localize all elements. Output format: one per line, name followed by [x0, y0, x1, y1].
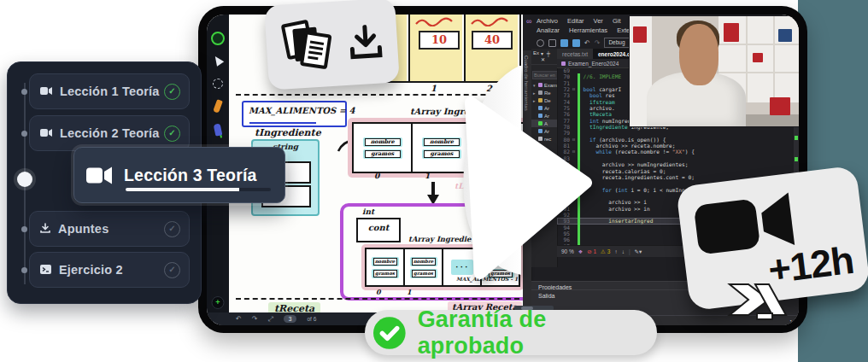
explorer-item[interactable]: ▸Re [531, 89, 557, 96]
page-number[interactable]: 3 [284, 315, 297, 323]
video-camera-icon [40, 84, 52, 99]
code-text: ifstream [580, 99, 615, 105]
field-chip: gramos [363, 149, 402, 159]
explorer-item-label: Re [544, 90, 551, 96]
explorer-item[interactable]: ▸De [531, 96, 557, 104]
field-chip: nombre [487, 257, 514, 266]
resize-arrow-icon[interactable]: ⤢ [267, 315, 273, 324]
down-arrow-icon [425, 182, 441, 206]
cursor-icon[interactable] [212, 54, 225, 67]
field-label: gramos [373, 270, 397, 277]
line-number: 95 [557, 231, 572, 236]
crayon-icon[interactable] [214, 123, 223, 136]
prev-issue-icon[interactable]: ↑ [614, 248, 617, 254]
sidebar-item-lecci-n-1-teor-a[interactable]: Lección 1 Teoría✓ [29, 73, 190, 109]
panel-title: Salida [538, 293, 554, 299]
next-issue-icon[interactable]: ↓ [622, 248, 625, 254]
code-text: //6. IMPLEME [580, 73, 622, 79]
code-text: bool res [580, 92, 615, 98]
terminal-icon [40, 262, 51, 277]
menu-item-editar[interactable]: Editar [567, 17, 584, 25]
save-all-icon[interactable] [572, 39, 580, 47]
explorer-item-label: Ar [544, 106, 549, 111]
code-text [580, 193, 584, 199]
sidebar-item-apuntes[interactable]: Apuntes✓ [29, 211, 190, 247]
menu-item-herramientas[interactable]: Herramientas [569, 26, 607, 34]
undo-icon[interactable]: ↶ [236, 315, 242, 323]
field-label: nombre [373, 258, 397, 266]
red-scribble [413, 16, 460, 26]
line-number: 79 [557, 130, 572, 136]
code-text: if (archivo.is_open()) { [580, 137, 666, 143]
sidebar-item-label: Lección 2 Teoría [60, 126, 164, 140]
lasso-icon[interactable] [213, 79, 223, 89]
field-chip: nombre [363, 137, 402, 147]
line-number: 77 [557, 118, 572, 124]
line-number: 76 [557, 111, 572, 117]
active-lesson-label: Lección 3 Teoría [124, 166, 257, 185]
edit-icon[interactable]: ✎▾ [635, 248, 642, 255]
file-icon [538, 137, 542, 141]
explorer-item-label: Exam [544, 83, 557, 88]
undo-icon[interactable]: ↶ [584, 39, 590, 47]
sidebar-item-ejercicio-2[interactable]: Ejercicio 2✓ [29, 252, 190, 288]
explorer-item[interactable]: Ar [531, 127, 557, 135]
tree-arrow-icon: ▸ [533, 90, 537, 96]
sidebar-item-lecci-n-2-teor-a[interactable]: Lección 2 Teoría✓ [29, 115, 190, 151]
explorer-item[interactable]: ▾Exam [531, 81, 557, 89]
menu-item-analizar[interactable]: Analizar [537, 26, 560, 34]
stage: + 10 40 1 2 [0, 0, 868, 362]
status-check-icon: ✓ [164, 126, 180, 142]
timeline-dot [21, 131, 27, 137]
debug-config-dropdown[interactable]: Debug [604, 38, 629, 48]
redo-icon[interactable]: ↷ [252, 315, 258, 323]
panel-controls[interactable]: ▾ ╪ ✕ [541, 50, 555, 62]
solution-explorer: Ex ▾ ╪ ✕ ▾Exam▸Re▸DeArArAArrec [531, 49, 558, 267]
dashed-separator [236, 298, 519, 300]
code-text [580, 180, 584, 186]
code-text [580, 212, 584, 218]
line-number: 71 [557, 80, 572, 86]
explorer-search-input[interactable] [532, 71, 558, 79]
explorer-item[interactable]: Ar [531, 112, 557, 120]
new-file-icon[interactable] [548, 39, 556, 47]
save-icon[interactable] [560, 39, 568, 47]
explorer-item[interactable]: A [531, 120, 557, 127]
line-number: 72 [557, 86, 572, 92]
zoom-level[interactable]: 90 % [561, 248, 574, 254]
line-number: 94 [557, 225, 572, 231]
add-icon[interactable]: + [212, 296, 225, 309]
array-title: tArray Ingredientes [410, 107, 504, 116]
explorer-item[interactable]: rec [531, 135, 557, 143]
red-scribble [469, 16, 515, 26]
navigate-back-icon[interactable] [537, 39, 544, 47]
field-chip: nombre [422, 137, 461, 147]
download-icon [40, 221, 50, 236]
check-icon [372, 316, 407, 350]
tab-recetas-txt[interactable]: recetas.txt [557, 49, 593, 59]
video-camera-icon [86, 166, 113, 185]
tree-arrow-icon: ▾ [533, 83, 537, 88]
line-number: 81 [557, 143, 572, 149]
menu-item-archivo[interactable]: Archivo [537, 17, 558, 25]
code-text: archivo >> in [580, 206, 650, 212]
line-number: 75 [557, 105, 572, 111]
menu-item-ver[interactable]: Ver [594, 17, 603, 25]
redo-icon[interactable]: ↷ [595, 39, 601, 47]
error-count[interactable]: ⊘ 1 [587, 248, 596, 255]
faded-note: tLista Ingre [455, 182, 506, 190]
constant-text: MAX_ALIMENTOS = 4 [243, 102, 345, 115]
highlighter-icon[interactable] [213, 99, 223, 113]
line-number: 88 [557, 187, 572, 193]
active-lesson-card[interactable]: Lección 3 Teoría [73, 147, 285, 203]
struct-title: tIngrediente [255, 127, 321, 138]
warning-count[interactable]: ⚠ 3 [601, 248, 610, 255]
sidebar-item-label: Ejercicio 2 [59, 263, 164, 277]
record-icon[interactable] [211, 32, 225, 45]
menu-item-git[interactable]: Git [613, 17, 621, 25]
feedback-icon[interactable]: ❖ [578, 248, 583, 254]
explorer-item[interactable]: Ar [531, 104, 557, 112]
code-text: receta.ingredientes.cont = 0; [580, 174, 695, 180]
field-label: nombre [489, 258, 513, 266]
code-text [580, 236, 584, 242]
